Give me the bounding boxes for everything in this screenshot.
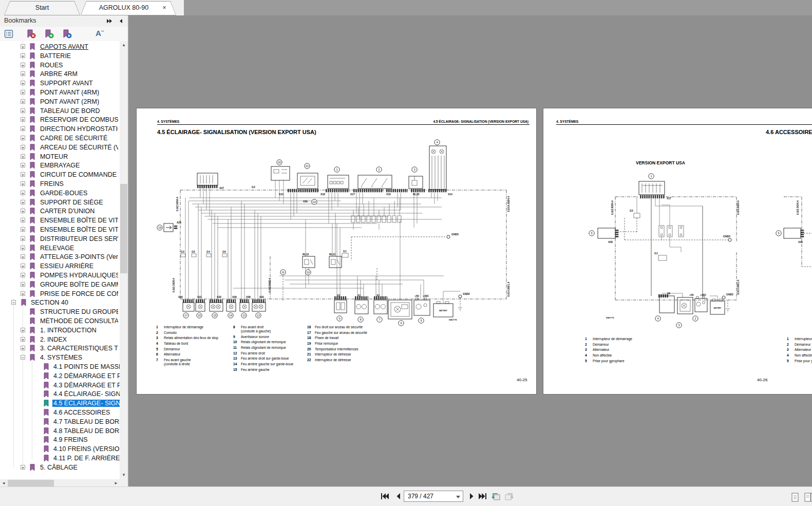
- expand-icon[interactable]: +: [21, 254, 25, 259]
- bookmark-options-button[interactable]: [3, 28, 14, 40]
- bookmark-tree-item[interactable]: +DISTRIBUTEUR DES SERVIC: [0, 234, 120, 243]
- bookmark-tree-item[interactable]: +3. CARACTERISTIQUES TEC: [0, 344, 120, 353]
- page-number-combobox[interactable]: 379 / 427: [404, 491, 463, 502]
- tab-start[interactable]: Start: [4, 1, 80, 15]
- first-page-button[interactable]: [379, 491, 391, 503]
- bookmark-tree-item[interactable]: +2. INDEX: [0, 335, 120, 344]
- tab-close-icon[interactable]: ×: [161, 4, 168, 11]
- expand-icon[interactable]: +: [21, 465, 25, 470]
- scroll-left-icon[interactable]: ◄: [0, 479, 7, 487]
- expand-icon[interactable]: +: [21, 264, 25, 268]
- bookmark-tree-item[interactable]: +PRISE DE FORCE DE COMMA: [0, 289, 120, 298]
- delete-bookmark-button[interactable]: [26, 28, 37, 40]
- bookmark-tree-item[interactable]: +FREINS: [0, 179, 120, 189]
- bookmark-tree-item[interactable]: 4.9 FREINS: [0, 435, 120, 444]
- bookmark-tree-item[interactable]: 4.11 P. DE F. ARRIÈRE (: [0, 454, 120, 463]
- document-view[interactable]: 4. SYSTÈMES 4.5 ÉCLAIRAGE- SIGNALISATION…: [129, 15, 812, 487]
- expand-icon[interactable]: +: [21, 236, 25, 241]
- facing-pages-view-button[interactable]: [804, 491, 812, 503]
- bookmark-tree-item[interactable]: +ENSEMBLE BOÎTE DE VITES: [0, 216, 120, 225]
- goto-bookmark-button[interactable]: [62, 28, 73, 40]
- scrollbar-thumb[interactable]: [120, 184, 127, 273]
- bookmark-tree-item[interactable]: +SUPPORT DE SIÈGE: [0, 198, 120, 207]
- bookmark-tree-item[interactable]: 4.3 DÉMARRAGE ET PRÉ: [0, 381, 120, 390]
- expand-icon[interactable]: +: [21, 191, 25, 195]
- expand-icon[interactable]: +: [21, 90, 25, 95]
- bookmark-tree-item[interactable]: +ROUES: [0, 61, 120, 70]
- expand-icon[interactable]: +: [21, 163, 25, 167]
- expand-icon[interactable]: +: [21, 63, 25, 67]
- bookmark-tree-item[interactable]: +ESSIEU ARRIÈRE: [0, 261, 120, 271]
- scroll-up-icon[interactable]: ▲: [120, 41, 128, 49]
- expand-icon[interactable]: +: [21, 328, 25, 332]
- scroll-down-icon[interactable]: ▼: [120, 471, 128, 479]
- tree-vertical-scrollbar[interactable]: ▲ ▼: [120, 41, 128, 479]
- expand-all-icon[interactable]: [105, 17, 114, 25]
- bookmark-tree-item[interactable]: +SUPPORT AVANT: [0, 79, 120, 88]
- bookmark-tree-item[interactable]: 4.10 FREINS (VERSION E: [0, 444, 120, 454]
- next-view-button[interactable]: [503, 491, 516, 503]
- scroll-right-icon[interactable]: ►: [112, 479, 120, 487]
- bookmark-tree[interactable]: +CAPOTS AVANT+BATTERIE+ROUES+ARBRE 4RM+S…: [0, 41, 120, 479]
- bookmark-tree-item[interactable]: +ENSEMBLE BOÎTE DE VITES: [0, 225, 120, 234]
- expand-icon[interactable]: +: [21, 282, 25, 287]
- expand-icon[interactable]: +: [21, 246, 25, 250]
- expand-icon[interactable]: +: [21, 71, 25, 76]
- last-page-button[interactable]: [477, 491, 489, 503]
- expand-icon[interactable]: +: [21, 126, 25, 131]
- decrease-font-button[interactable]: A−: [96, 28, 107, 40]
- bookmark-tree-item[interactable]: 4.5 ÉCLAIRAGE- SIGNAL: [0, 399, 120, 408]
- bookmark-tree-item[interactable]: +ARBRE 4RM: [0, 69, 120, 79]
- bookmark-tree-item[interactable]: +POMPES HYDRAULIQUES: [0, 271, 120, 280]
- previous-view-button[interactable]: [489, 491, 502, 503]
- expand-icon[interactable]: +: [21, 181, 25, 186]
- expand-icon[interactable]: +: [21, 209, 25, 213]
- bookmark-tree-item[interactable]: +DIRECTION HYDROSTATIQU: [0, 124, 120, 134]
- bookmark-tree-item[interactable]: 4.6 ACCESSOIRES: [0, 408, 120, 417]
- collapse-icon[interactable]: −: [21, 355, 25, 360]
- tab-agrolux[interactable]: AGROLUX 80-90 ×: [81, 1, 176, 15]
- bookmark-tree-item[interactable]: +CADRE DE SÉCURITÉ: [0, 134, 120, 143]
- expand-icon[interactable]: +: [21, 136, 25, 140]
- bookmark-tree-item[interactable]: +PONT AVANT (2RM): [0, 97, 120, 106]
- expand-icon[interactable]: +: [21, 154, 25, 159]
- bookmark-tree-item[interactable]: +GARDE-BOUES: [0, 189, 120, 198]
- expand-icon[interactable]: +: [21, 291, 25, 296]
- expand-icon[interactable]: +: [21, 81, 25, 85]
- bookmark-tree-item[interactable]: +BATTERIE: [0, 51, 120, 61]
- bookmark-tree-item[interactable]: 4.8 TABLEAU DE BORD (: [0, 426, 120, 436]
- bookmark-tree-item[interactable]: +RÉSERVOIR DE COMBUSTIB: [0, 115, 120, 124]
- scrollbar-thumb[interactable]: [8, 480, 54, 486]
- expand-icon[interactable]: +: [21, 227, 25, 232]
- expand-icon[interactable]: +: [21, 337, 25, 342]
- bookmark-tree-item[interactable]: +1. INTRODUCTION: [0, 326, 120, 335]
- bookmark-tree-item[interactable]: +PONT AVANT (4RM): [0, 88, 120, 97]
- bookmark-tree-item[interactable]: +TABLEAU DE BORD: [0, 106, 120, 116]
- bookmark-tree-item[interactable]: −SECTION 40: [0, 298, 120, 307]
- bookmark-tree-item[interactable]: +MOTEUR: [0, 152, 120, 161]
- expand-icon[interactable]: +: [21, 172, 25, 177]
- expand-icon[interactable]: +: [21, 145, 25, 149]
- bookmark-tree-item[interactable]: 4.2 DÉMARRAGE ET PRÉ: [0, 371, 120, 381]
- bookmark-tree-item[interactable]: −4. SYSTÈMES: [0, 353, 120, 362]
- tree-horizontal-scrollbar[interactable]: ◄ ►: [0, 479, 120, 487]
- bookmark-tree-item[interactable]: +GROUPE BOÎTE DE GAMMES: [0, 280, 120, 289]
- bookmark-tree-item[interactable]: +ATTELAGE 3-POINTS (Versi: [0, 252, 120, 261]
- expand-icon[interactable]: +: [21, 44, 25, 49]
- expand-icon[interactable]: +: [21, 218, 25, 222]
- bookmark-tree-item[interactable]: +CIRCUIT DE COMMANDE DE: [0, 170, 120, 179]
- bookmark-tree-item[interactable]: 4.1 POINTS DE MASSE: [0, 362, 120, 371]
- expand-icon[interactable]: +: [21, 99, 25, 104]
- previous-page-button[interactable]: [392, 491, 405, 503]
- expand-icon[interactable]: +: [21, 108, 25, 113]
- bookmark-tree-item[interactable]: +CARTER D'UNION: [0, 207, 120, 216]
- bookmark-tree-item[interactable]: +EMBRAYAGE: [0, 161, 120, 170]
- bookmark-tree-item[interactable]: 4.7 TABLEAU DE BORD: [0, 417, 120, 426]
- collapse-panel-icon[interactable]: [117, 17, 125, 25]
- expand-icon[interactable]: +: [21, 117, 25, 122]
- bookmark-tree-item[interactable]: +RELEVAGE: [0, 243, 120, 253]
- bookmark-tree-item[interactable]: MÉTHODE DE CONSULTATI: [0, 316, 120, 326]
- bookmark-tree-item[interactable]: +ARCEAU DE SÉCURITÉ (Vers: [0, 143, 120, 152]
- bookmark-tree-item[interactable]: STRUCTURE DU GROUPE: [0, 307, 120, 316]
- next-page-button[interactable]: [465, 491, 478, 503]
